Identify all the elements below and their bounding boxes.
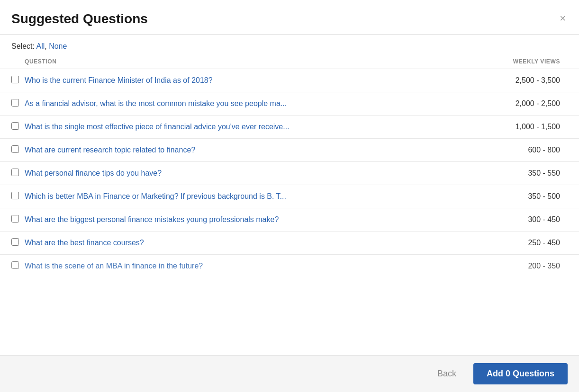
question-checkbox[interactable] <box>11 238 19 246</box>
question-text[interactable]: As a financial advisor, what is the most… <box>25 99 492 108</box>
table-row: What are the biggest personal finance mi… <box>0 208 579 232</box>
modal-footer: Back Add 0 Questions <box>0 355 579 392</box>
question-checkbox-wrapper[interactable] <box>11 145 19 155</box>
question-text[interactable]: What are the best finance courses? <box>25 239 492 247</box>
question-checkbox-wrapper[interactable] <box>11 238 19 248</box>
weekly-views: 350 - 550 <box>492 169 568 178</box>
question-checkbox-wrapper[interactable] <box>11 99 19 108</box>
table-row: Which is better MBA in Finance or Market… <box>0 185 579 208</box>
modal-container: Suggested Questions × Select: All, None … <box>0 0 579 392</box>
question-text[interactable]: What personal finance tips do you have? <box>25 169 492 178</box>
modal-header: Suggested Questions × <box>0 0 579 35</box>
col-question-header: QUESTION <box>11 58 492 65</box>
col-views-header: WEEKLY VIEWS <box>492 58 568 65</box>
question-checkbox-wrapper[interactable] <box>11 215 19 224</box>
question-checkbox[interactable] <box>11 169 19 176</box>
table-row: What personal finance tips do you have?3… <box>0 162 579 185</box>
weekly-views: 2,000 - 2,500 <box>492 99 568 108</box>
modal-title: Suggested Questions <box>11 11 148 27</box>
weekly-views: 350 - 500 <box>492 192 568 201</box>
select-all-link[interactable]: All <box>36 42 45 50</box>
modal-body: Select: All, None QUESTION WEEKLY VIEWS … <box>0 35 579 355</box>
question-checkbox-wrapper[interactable] <box>11 122 19 132</box>
question-checkbox[interactable] <box>11 99 19 107</box>
question-checkbox[interactable] <box>11 192 19 199</box>
table-row: What are the best finance courses?250 - … <box>0 232 579 255</box>
question-text[interactable]: What is the scene of an MBA in finance i… <box>25 262 492 270</box>
question-checkbox-wrapper[interactable] <box>11 169 19 178</box>
add-questions-button[interactable]: Add 0 Questions <box>473 363 568 384</box>
table-row: What are current research topic related … <box>0 139 579 162</box>
weekly-views: 300 - 450 <box>492 215 568 224</box>
question-text[interactable]: Who is the current Finance Minister of I… <box>25 76 492 85</box>
weekly-views: 600 - 800 <box>492 146 568 154</box>
question-text[interactable]: What are the biggest personal finance mi… <box>25 215 492 224</box>
table-row: What is the single most effective piece … <box>0 116 579 139</box>
select-label: Select: <box>11 42 35 50</box>
select-none-link[interactable]: None <box>49 42 67 50</box>
question-checkbox[interactable] <box>11 261 19 269</box>
weekly-views: 1,000 - 1,500 <box>492 123 568 131</box>
question-checkbox[interactable] <box>11 145 19 153</box>
questions-list[interactable]: Who is the current Finance Minister of I… <box>0 69 579 355</box>
weekly-views: 200 - 350 <box>492 262 568 270</box>
select-row: Select: All, None <box>0 35 579 54</box>
table-row: Who is the current Finance Minister of I… <box>0 69 579 92</box>
table-row: What is the scene of an MBA in finance i… <box>0 255 579 277</box>
table-row: As a financial advisor, what is the most… <box>0 92 579 116</box>
question-text[interactable]: Which is better MBA in Finance or Market… <box>25 192 492 201</box>
question-checkbox-wrapper[interactable] <box>11 76 19 85</box>
weekly-views: 2,500 - 3,500 <box>492 76 568 85</box>
question-text[interactable]: What are current research topic related … <box>25 146 492 154</box>
question-checkbox-wrapper[interactable] <box>11 261 19 271</box>
question-checkbox[interactable] <box>11 76 19 83</box>
table-header: QUESTION WEEKLY VIEWS <box>0 54 579 69</box>
questions-table: QUESTION WEEKLY VIEWS Who is the current… <box>0 54 579 355</box>
question-checkbox[interactable] <box>11 215 19 223</box>
question-text[interactable]: What is the single most effective piece … <box>25 123 492 131</box>
back-button[interactable]: Back <box>428 364 466 383</box>
question-checkbox-wrapper[interactable] <box>11 192 19 201</box>
weekly-views: 250 - 450 <box>492 239 568 247</box>
question-checkbox[interactable] <box>11 122 19 130</box>
close-button[interactable]: × <box>558 11 568 26</box>
